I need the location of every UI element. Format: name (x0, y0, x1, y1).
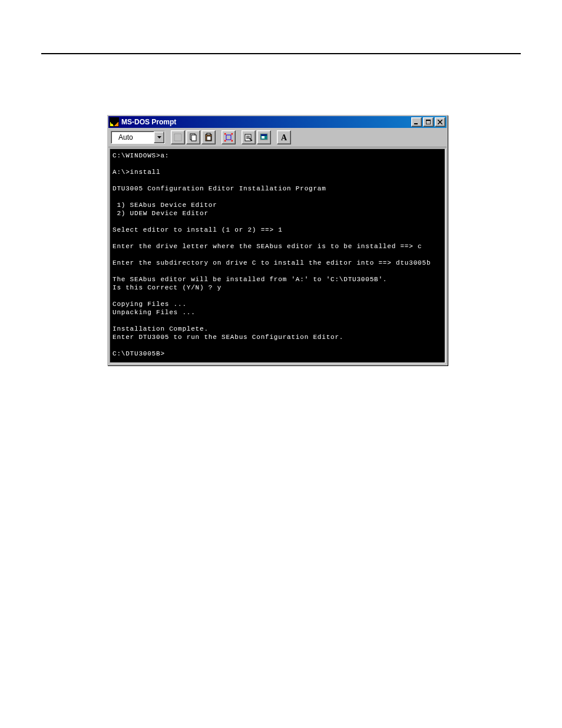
background-button[interactable] (257, 130, 271, 144)
console-output[interactable]: C:\WINDOWS>a: A:\>install DTU3005 Config… (110, 149, 445, 363)
svg-rect-0 (414, 123, 418, 124)
minimize-button[interactable] (411, 117, 422, 127)
svg-rect-6 (174, 134, 181, 141)
dropdown-button[interactable] (154, 131, 164, 143)
window-controls (411, 117, 445, 127)
svg-rect-10 (207, 133, 210, 135)
svg-rect-2 (426, 120, 431, 121)
font-button[interactable]: A (277, 130, 291, 144)
svg-rect-26 (261, 134, 267, 136)
properties-button[interactable] (242, 130, 256, 144)
svg-rect-8 (191, 135, 196, 141)
mark-button[interactable] (171, 130, 185, 144)
app-icon (110, 117, 119, 127)
svg-rect-11 (207, 136, 211, 140)
copy-button[interactable] (186, 130, 200, 144)
paste-button[interactable] (201, 130, 216, 144)
svg-rect-27 (262, 136, 265, 139)
font-size-combo[interactable]: Auto (111, 131, 165, 144)
svg-text:A: A (281, 133, 287, 142)
window-title: MS-DOS Prompt (121, 118, 411, 126)
maximize-button[interactable] (423, 117, 434, 127)
combo-value: Auto (118, 133, 133, 141)
fullscreen-button[interactable] (222, 130, 236, 144)
svg-marker-5 (157, 136, 161, 139)
page-divider (41, 53, 521, 54)
dos-window: MS-DOS Prompt Auto (107, 115, 448, 365)
svg-rect-12 (226, 135, 231, 140)
toolbar: Auto A (108, 128, 447, 147)
titlebar[interactable]: MS-DOS Prompt (108, 116, 447, 128)
close-button[interactable] (435, 117, 445, 127)
